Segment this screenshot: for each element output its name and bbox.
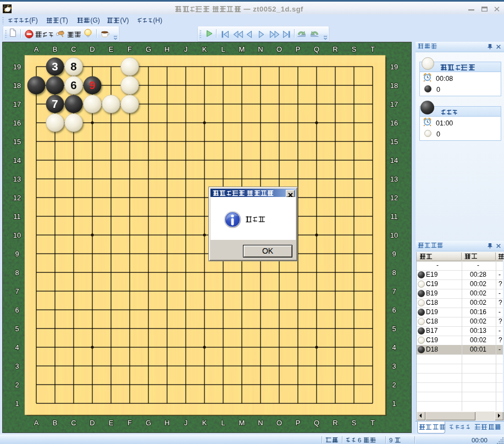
svg-text:E: E [109, 419, 114, 427]
svg-text:17: 17 [13, 100, 21, 108]
svg-text:1: 1 [392, 399, 396, 408]
svg-text:2: 2 [392, 381, 396, 389]
svg-text:B: B [53, 45, 58, 53]
svg-text:H: H [164, 419, 169, 427]
svg-text:9: 9 [89, 79, 95, 91]
svg-text:D: D [90, 45, 95, 53]
svg-text:T: T [370, 45, 375, 53]
svg-text:M: M [239, 419, 245, 427]
svg-text:E: E [109, 45, 114, 53]
svg-text:17: 17 [390, 100, 398, 108]
svg-text:J: J [184, 419, 188, 427]
svg-text:1: 1 [15, 399, 19, 408]
svg-text:O: O [276, 419, 282, 427]
svg-text:T: T [370, 419, 375, 427]
svg-text:9: 9 [15, 250, 19, 258]
svg-text:11: 11 [390, 212, 398, 221]
svg-text:2: 2 [15, 381, 19, 389]
svg-text:18: 18 [13, 81, 21, 90]
svg-text:16: 16 [390, 119, 398, 127]
svg-text:7: 7 [15, 287, 19, 295]
svg-text:A: A [34, 45, 39, 53]
svg-text:12: 12 [390, 194, 398, 202]
svg-text:C: C [71, 419, 76, 427]
svg-text:P: P [296, 419, 301, 427]
svg-text:12: 12 [13, 194, 21, 202]
svg-text:K: K [202, 45, 207, 53]
svg-text:H: H [164, 45, 169, 53]
svg-text:7: 7 [52, 97, 58, 110]
svg-text:5: 5 [15, 325, 19, 333]
svg-text:8: 8 [392, 268, 396, 277]
svg-text:6: 6 [392, 306, 396, 314]
svg-text:7: 7 [392, 287, 396, 295]
svg-text:P: P [296, 45, 301, 53]
svg-text:J: J [184, 45, 188, 53]
svg-text:14: 14 [390, 156, 398, 165]
svg-text:6: 6 [70, 79, 76, 91]
svg-text:B: B [53, 419, 58, 427]
svg-text:13: 13 [13, 175, 21, 183]
svg-text:13: 13 [390, 175, 398, 183]
svg-text:R: R [333, 419, 337, 427]
svg-text:14: 14 [13, 156, 21, 165]
svg-text:15: 15 [390, 138, 398, 146]
svg-text:9: 9 [392, 250, 396, 258]
svg-text:K: K [202, 419, 207, 427]
svg-text:Q: Q [314, 419, 319, 427]
svg-text:Q: Q [314, 45, 319, 53]
svg-text:F: F [128, 419, 132, 427]
svg-text:C: C [71, 45, 76, 53]
svg-text:O: O [276, 45, 282, 53]
svg-text:G: G [146, 45, 151, 53]
svg-text:6: 6 [15, 306, 19, 314]
svg-text:10: 10 [390, 231, 398, 239]
svg-text:M: M [239, 45, 245, 53]
svg-text:5: 5 [392, 325, 396, 333]
svg-text:8: 8 [15, 268, 19, 277]
svg-text:10: 10 [13, 231, 21, 239]
svg-text:4: 4 [15, 343, 19, 352]
svg-text:16: 16 [13, 119, 21, 127]
svg-text:N: N [258, 419, 263, 427]
svg-text:11: 11 [13, 212, 21, 221]
svg-text:19: 19 [13, 63, 21, 71]
svg-text:L: L [221, 419, 225, 427]
svg-text:3: 3 [52, 60, 58, 73]
svg-text:N: N [258, 45, 263, 53]
svg-text:4: 4 [392, 343, 396, 352]
svg-text:3: 3 [392, 362, 396, 370]
svg-text:8: 8 [70, 60, 76, 73]
svg-text:D: D [90, 419, 95, 427]
svg-text:R: R [333, 45, 337, 53]
svg-text:18: 18 [390, 81, 398, 90]
svg-text:15: 15 [13, 138, 21, 146]
svg-text:L: L [221, 45, 225, 53]
svg-text:G: G [146, 419, 151, 427]
svg-text:19: 19 [390, 63, 398, 71]
svg-text:S: S [352, 419, 357, 427]
svg-text:F: F [128, 45, 132, 53]
svg-text:3: 3 [15, 362, 19, 370]
svg-text:A: A [34, 419, 39, 427]
svg-text:S: S [352, 45, 357, 53]
